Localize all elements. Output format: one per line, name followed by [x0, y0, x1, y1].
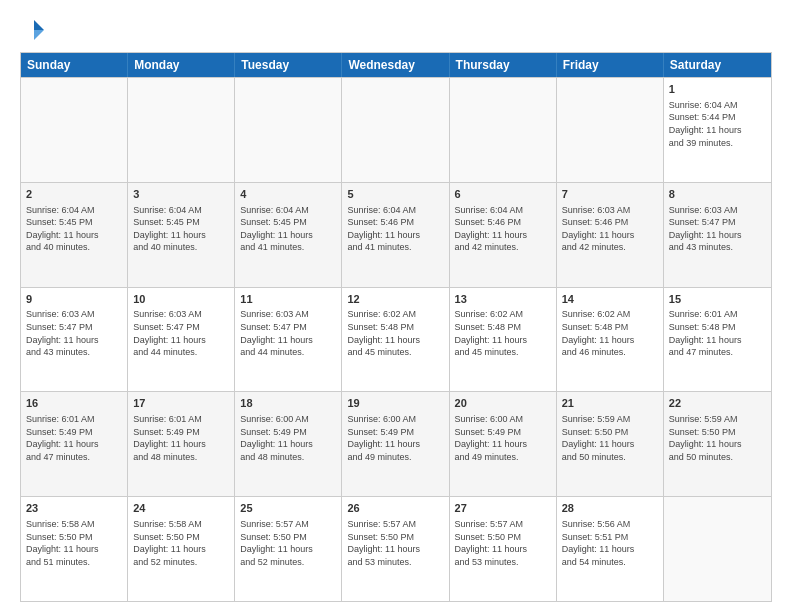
- day-info: Sunrise: 5:56 AM Sunset: 5:51 PM Dayligh…: [562, 518, 658, 568]
- day-number: 10: [133, 292, 229, 307]
- day-info: Sunrise: 6:00 AM Sunset: 5:49 PM Dayligh…: [240, 413, 336, 463]
- calendar-cell: 19Sunrise: 6:00 AM Sunset: 5:49 PM Dayli…: [342, 392, 449, 496]
- day-number: 6: [455, 187, 551, 202]
- calendar-cell: [342, 78, 449, 182]
- calendar-cell: 23Sunrise: 5:58 AM Sunset: 5:50 PM Dayli…: [21, 497, 128, 601]
- day-info: Sunrise: 6:03 AM Sunset: 5:47 PM Dayligh…: [133, 308, 229, 358]
- calendar: SundayMondayTuesdayWednesdayThursdayFrid…: [20, 52, 772, 602]
- calendar-cell: 27Sunrise: 5:57 AM Sunset: 5:50 PM Dayli…: [450, 497, 557, 601]
- calendar-cell: 14Sunrise: 6:02 AM Sunset: 5:48 PM Dayli…: [557, 288, 664, 392]
- calendar-cell: 7Sunrise: 6:03 AM Sunset: 5:46 PM Daylig…: [557, 183, 664, 287]
- day-info: Sunrise: 6:03 AM Sunset: 5:47 PM Dayligh…: [240, 308, 336, 358]
- weekday-header: Tuesday: [235, 53, 342, 77]
- calendar-row: 9Sunrise: 6:03 AM Sunset: 5:47 PM Daylig…: [21, 287, 771, 392]
- day-number: 20: [455, 396, 551, 411]
- calendar-cell: [128, 78, 235, 182]
- day-info: Sunrise: 5:57 AM Sunset: 5:50 PM Dayligh…: [240, 518, 336, 568]
- day-number: 17: [133, 396, 229, 411]
- day-info: Sunrise: 6:03 AM Sunset: 5:46 PM Dayligh…: [562, 204, 658, 254]
- calendar-cell: 4Sunrise: 6:04 AM Sunset: 5:45 PM Daylig…: [235, 183, 342, 287]
- day-number: 4: [240, 187, 336, 202]
- calendar-body: 1Sunrise: 6:04 AM Sunset: 5:44 PM Daylig…: [21, 77, 771, 601]
- calendar-cell: 5Sunrise: 6:04 AM Sunset: 5:46 PM Daylig…: [342, 183, 449, 287]
- calendar-row: 23Sunrise: 5:58 AM Sunset: 5:50 PM Dayli…: [21, 496, 771, 601]
- day-info: Sunrise: 6:04 AM Sunset: 5:46 PM Dayligh…: [455, 204, 551, 254]
- calendar-cell: 20Sunrise: 6:00 AM Sunset: 5:49 PM Dayli…: [450, 392, 557, 496]
- calendar-cell: 22Sunrise: 5:59 AM Sunset: 5:50 PM Dayli…: [664, 392, 771, 496]
- day-info: Sunrise: 5:57 AM Sunset: 5:50 PM Dayligh…: [347, 518, 443, 568]
- day-number: 5: [347, 187, 443, 202]
- day-number: 7: [562, 187, 658, 202]
- page: SundayMondayTuesdayWednesdayThursdayFrid…: [0, 0, 792, 612]
- day-number: 8: [669, 187, 766, 202]
- calendar-cell: 21Sunrise: 5:59 AM Sunset: 5:50 PM Dayli…: [557, 392, 664, 496]
- calendar-cell: [235, 78, 342, 182]
- weekday-header: Wednesday: [342, 53, 449, 77]
- day-info: Sunrise: 6:01 AM Sunset: 5:49 PM Dayligh…: [26, 413, 122, 463]
- day-info: Sunrise: 6:04 AM Sunset: 5:45 PM Dayligh…: [133, 204, 229, 254]
- weekday-header: Thursday: [450, 53, 557, 77]
- day-info: Sunrise: 5:58 AM Sunset: 5:50 PM Dayligh…: [26, 518, 122, 568]
- calendar-row: 1Sunrise: 6:04 AM Sunset: 5:44 PM Daylig…: [21, 77, 771, 182]
- day-info: Sunrise: 5:59 AM Sunset: 5:50 PM Dayligh…: [562, 413, 658, 463]
- day-info: Sunrise: 6:00 AM Sunset: 5:49 PM Dayligh…: [347, 413, 443, 463]
- calendar-cell: 6Sunrise: 6:04 AM Sunset: 5:46 PM Daylig…: [450, 183, 557, 287]
- calendar-cell: 26Sunrise: 5:57 AM Sunset: 5:50 PM Dayli…: [342, 497, 449, 601]
- calendar-cell: 12Sunrise: 6:02 AM Sunset: 5:48 PM Dayli…: [342, 288, 449, 392]
- weekday-header: Sunday: [21, 53, 128, 77]
- day-number: 3: [133, 187, 229, 202]
- calendar-cell: [21, 78, 128, 182]
- calendar-cell: [664, 497, 771, 601]
- day-number: 14: [562, 292, 658, 307]
- day-info: Sunrise: 6:04 AM Sunset: 5:45 PM Dayligh…: [240, 204, 336, 254]
- logo: [20, 16, 52, 44]
- calendar-cell: 28Sunrise: 5:56 AM Sunset: 5:51 PM Dayli…: [557, 497, 664, 601]
- day-info: Sunrise: 6:00 AM Sunset: 5:49 PM Dayligh…: [455, 413, 551, 463]
- day-number: 1: [669, 82, 766, 97]
- day-number: 21: [562, 396, 658, 411]
- calendar-cell: 16Sunrise: 6:01 AM Sunset: 5:49 PM Dayli…: [21, 392, 128, 496]
- day-number: 26: [347, 501, 443, 516]
- calendar-cell: 9Sunrise: 6:03 AM Sunset: 5:47 PM Daylig…: [21, 288, 128, 392]
- calendar-cell: 18Sunrise: 6:00 AM Sunset: 5:49 PM Dayli…: [235, 392, 342, 496]
- day-number: 22: [669, 396, 766, 411]
- calendar-cell: 8Sunrise: 6:03 AM Sunset: 5:47 PM Daylig…: [664, 183, 771, 287]
- calendar-cell: 25Sunrise: 5:57 AM Sunset: 5:50 PM Dayli…: [235, 497, 342, 601]
- weekday-header: Monday: [128, 53, 235, 77]
- svg-marker-0: [34, 20, 44, 30]
- calendar-cell: [557, 78, 664, 182]
- calendar-cell: 1Sunrise: 6:04 AM Sunset: 5:44 PM Daylig…: [664, 78, 771, 182]
- day-info: Sunrise: 6:03 AM Sunset: 5:47 PM Dayligh…: [669, 204, 766, 254]
- calendar-cell: [450, 78, 557, 182]
- day-info: Sunrise: 5:57 AM Sunset: 5:50 PM Dayligh…: [455, 518, 551, 568]
- day-info: Sunrise: 6:04 AM Sunset: 5:44 PM Dayligh…: [669, 99, 766, 149]
- calendar-cell: 2Sunrise: 6:04 AM Sunset: 5:45 PM Daylig…: [21, 183, 128, 287]
- day-number: 25: [240, 501, 336, 516]
- day-number: 18: [240, 396, 336, 411]
- weekday-header: Friday: [557, 53, 664, 77]
- day-info: Sunrise: 6:04 AM Sunset: 5:46 PM Dayligh…: [347, 204, 443, 254]
- day-info: Sunrise: 5:58 AM Sunset: 5:50 PM Dayligh…: [133, 518, 229, 568]
- day-number: 19: [347, 396, 443, 411]
- weekday-header: Saturday: [664, 53, 771, 77]
- day-info: Sunrise: 6:03 AM Sunset: 5:47 PM Dayligh…: [26, 308, 122, 358]
- calendar-cell: 3Sunrise: 6:04 AM Sunset: 5:45 PM Daylig…: [128, 183, 235, 287]
- calendar-row: 2Sunrise: 6:04 AM Sunset: 5:45 PM Daylig…: [21, 182, 771, 287]
- day-info: Sunrise: 6:01 AM Sunset: 5:49 PM Dayligh…: [133, 413, 229, 463]
- day-info: Sunrise: 6:02 AM Sunset: 5:48 PM Dayligh…: [347, 308, 443, 358]
- day-number: 23: [26, 501, 122, 516]
- day-number: 15: [669, 292, 766, 307]
- calendar-cell: 13Sunrise: 6:02 AM Sunset: 5:48 PM Dayli…: [450, 288, 557, 392]
- day-info: Sunrise: 6:02 AM Sunset: 5:48 PM Dayligh…: [562, 308, 658, 358]
- logo-icon: [20, 16, 48, 44]
- day-number: 24: [133, 501, 229, 516]
- day-number: 9: [26, 292, 122, 307]
- calendar-cell: 24Sunrise: 5:58 AM Sunset: 5:50 PM Dayli…: [128, 497, 235, 601]
- day-number: 11: [240, 292, 336, 307]
- day-info: Sunrise: 6:04 AM Sunset: 5:45 PM Dayligh…: [26, 204, 122, 254]
- calendar-row: 16Sunrise: 6:01 AM Sunset: 5:49 PM Dayli…: [21, 391, 771, 496]
- day-number: 27: [455, 501, 551, 516]
- day-number: 28: [562, 501, 658, 516]
- svg-marker-1: [34, 30, 44, 40]
- calendar-header: SundayMondayTuesdayWednesdayThursdayFrid…: [21, 53, 771, 77]
